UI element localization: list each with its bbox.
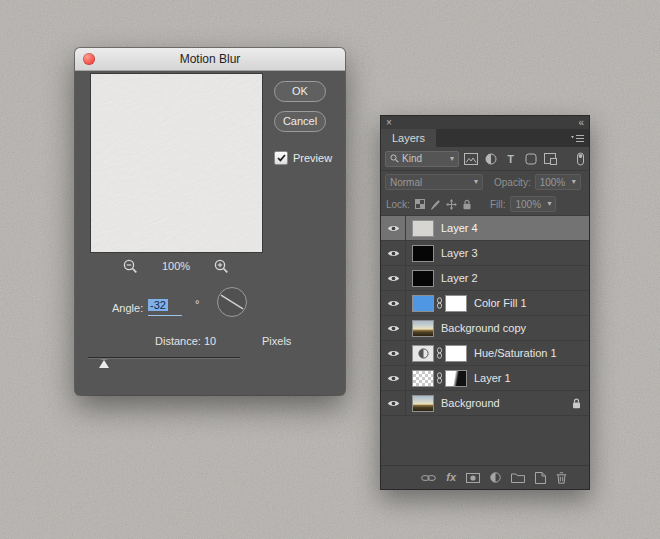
mask-thumbnail[interactable] bbox=[445, 295, 467, 312]
mask-thumbnail[interactable] bbox=[445, 345, 467, 362]
angle-dial[interactable] bbox=[216, 286, 248, 318]
preview-checkbox-label: Preview bbox=[293, 152, 332, 164]
layer-row-layer2[interactable]: Layer 2 bbox=[381, 266, 589, 291]
link-mask-icon[interactable] bbox=[436, 297, 443, 309]
blur-preview-area[interactable] bbox=[90, 73, 263, 253]
distance-input[interactable]: 10 bbox=[204, 335, 216, 347]
layer-style-fx-icon[interactable]: fx bbox=[446, 472, 456, 483]
checkbox-checked-icon[interactable] bbox=[274, 151, 288, 165]
angle-input[interactable]: -32 bbox=[148, 299, 182, 316]
layer-name[interactable]: Background bbox=[441, 397, 500, 409]
slider-thumb[interactable] bbox=[99, 359, 109, 368]
zoom-out-icon[interactable] bbox=[123, 259, 138, 274]
dialog-title: Motion Blur bbox=[180, 52, 241, 66]
visibility-eye-icon[interactable] bbox=[381, 241, 406, 265]
opacity-dropdown[interactable]: 100% ▾ bbox=[535, 174, 581, 190]
panel-collapse-icon[interactable]: « bbox=[578, 117, 584, 128]
layer-row-background[interactable]: Background bbox=[381, 391, 589, 416]
lock-pixels-brush-icon[interactable] bbox=[430, 199, 441, 210]
visibility-eye-icon[interactable] bbox=[381, 216, 406, 240]
panel-close-icon[interactable]: × bbox=[386, 117, 392, 128]
visibility-eye-icon[interactable] bbox=[381, 316, 406, 340]
fill-dropdown[interactable]: 100% ▾ bbox=[510, 196, 556, 212]
new-layer-icon[interactable] bbox=[535, 472, 546, 484]
filter-kind-dropdown[interactable]: Kind ▾ bbox=[385, 151, 459, 167]
zoom-level: 100% bbox=[162, 260, 190, 272]
blend-mode-dropdown[interactable]: Normal ▾ bbox=[385, 174, 483, 190]
visibility-eye-icon[interactable] bbox=[381, 266, 406, 290]
add-layer-mask-icon[interactable] bbox=[466, 473, 480, 483]
layer-thumbnail[interactable] bbox=[412, 245, 434, 262]
layer-row-hue-saturation-1[interactable]: Hue/Saturation 1 bbox=[381, 341, 589, 366]
link-mask-icon[interactable] bbox=[436, 347, 443, 359]
preview-checkbox[interactable]: Preview bbox=[274, 151, 332, 165]
delete-layer-trash-icon[interactable] bbox=[556, 472, 567, 484]
layer-thumbnail[interactable] bbox=[412, 395, 434, 412]
lock-position-move-icon[interactable] bbox=[446, 199, 457, 210]
layers-panel: × « Layers Kind ▾ bbox=[380, 115, 590, 490]
zoom-controls: 100% bbox=[90, 257, 262, 275]
layer-row-layer3[interactable]: Layer 3 bbox=[381, 241, 589, 266]
zoom-in-icon[interactable] bbox=[214, 259, 229, 274]
dialog-close-button[interactable] bbox=[83, 53, 95, 65]
visibility-eye-icon[interactable] bbox=[381, 366, 406, 390]
visibility-eye-icon[interactable] bbox=[381, 391, 406, 415]
layer-name[interactable]: Layer 2 bbox=[441, 272, 478, 284]
dialog-titlebar[interactable]: Motion Blur bbox=[75, 48, 345, 71]
filter-type-layers-icon[interactable]: T bbox=[502, 151, 519, 167]
link-layers-icon[interactable] bbox=[421, 474, 436, 482]
fill-label: Fill: bbox=[490, 199, 506, 210]
workspace: Motion Blur bbox=[0, 0, 660, 539]
layer-list: Layer 4 Layer 3 Layer 2 bbox=[381, 216, 589, 416]
layers-tab[interactable]: Layers bbox=[381, 129, 436, 147]
visibility-eye-icon[interactable] bbox=[381, 291, 406, 315]
filter-shape-layers-icon[interactable] bbox=[522, 151, 539, 167]
layer-row-layer4[interactable]: Layer 4 bbox=[381, 216, 589, 241]
distance-slider[interactable] bbox=[88, 354, 240, 370]
new-group-folder-icon[interactable] bbox=[511, 473, 525, 483]
ok-button[interactable]: OK bbox=[274, 81, 326, 102]
fill-value: 100% bbox=[515, 199, 541, 210]
panel-menu-icon[interactable] bbox=[571, 134, 584, 143]
layer-thumbnail[interactable] bbox=[412, 270, 434, 287]
lock-all-icon[interactable] bbox=[462, 199, 472, 210]
lock-transparency-icon[interactable] bbox=[415, 199, 425, 209]
angle-label: Angle: bbox=[112, 302, 143, 314]
lock-label: Lock: bbox=[386, 199, 410, 210]
filter-adjustment-layers-icon[interactable] bbox=[482, 151, 499, 167]
search-icon bbox=[390, 154, 399, 163]
filter-smart-objects-icon[interactable] bbox=[542, 151, 559, 167]
mask-thumbnail[interactable] bbox=[445, 370, 467, 387]
visibility-eye-icon[interactable] bbox=[381, 341, 406, 365]
dialog-body: OK Cancel Preview 100% bbox=[75, 71, 345, 395]
layer-name[interactable]: Layer 1 bbox=[474, 372, 511, 384]
layer-name[interactable]: Hue/Saturation 1 bbox=[474, 347, 557, 359]
opacity-value: 100% bbox=[540, 177, 566, 188]
layer-thumbnail[interactable] bbox=[412, 295, 434, 312]
slider-track[interactable] bbox=[88, 357, 240, 358]
layer-name[interactable]: Color Fill 1 bbox=[474, 297, 527, 309]
filter-pixel-layers-icon[interactable] bbox=[462, 151, 479, 167]
layer-thumbnail[interactable] bbox=[412, 220, 434, 237]
chevron-down-icon: ▾ bbox=[547, 200, 551, 208]
preview-noise-image bbox=[91, 74, 262, 252]
link-mask-icon[interactable] bbox=[436, 372, 443, 384]
cancel-button[interactable]: Cancel bbox=[274, 111, 326, 132]
layer-row-background-copy[interactable]: Background copy bbox=[381, 316, 589, 341]
motion-blur-dialog: Motion Blur bbox=[75, 48, 345, 395]
layer-name[interactable]: Layer 4 bbox=[441, 222, 478, 234]
layer-name[interactable]: Background copy bbox=[441, 322, 526, 334]
layer-thumbnail[interactable] bbox=[412, 370, 434, 387]
blend-mode-value: Normal bbox=[390, 177, 422, 188]
distance-unit: Pixels bbox=[262, 335, 291, 347]
new-adjustment-layer-icon[interactable] bbox=[490, 472, 501, 483]
panel-footer: fx bbox=[381, 465, 589, 489]
layer-row-layer1[interactable]: Layer 1 bbox=[381, 366, 589, 391]
adjustment-layer-thumbnail[interactable] bbox=[412, 345, 434, 362]
blend-options-row: Normal ▾ Opacity: 100% ▾ bbox=[381, 171, 589, 193]
distance-label: Distance: bbox=[155, 335, 201, 347]
layer-name[interactable]: Layer 3 bbox=[441, 247, 478, 259]
layer-thumbnail[interactable] bbox=[412, 320, 434, 337]
layer-row-color-fill-1[interactable]: Color Fill 1 bbox=[381, 291, 589, 316]
filter-toggle-icon[interactable] bbox=[576, 152, 585, 166]
